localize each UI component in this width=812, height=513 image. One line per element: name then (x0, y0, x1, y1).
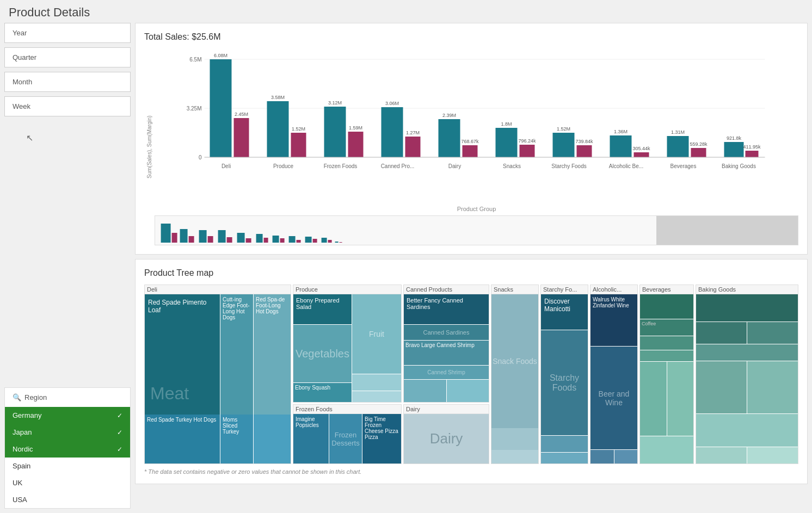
svg-rect-18 (348, 132, 364, 157)
tm-snacks-label: Snacks (491, 285, 538, 294)
svg-rect-72 (297, 240, 301, 243)
tm-baking-5a (696, 447, 747, 463)
tm-frozen-label: Frozen Foods (293, 405, 401, 414)
tm-produce-body: Ebony Prepared Salad Vegetables Ebony Sq… (293, 294, 401, 402)
region-item-nordic[interactable]: Nordic ✓ (5, 441, 130, 458)
tm-turkey-hotdogs: Red Spade Turkey Hot Dogs (145, 415, 220, 463)
search-icon: 🔍 (13, 393, 21, 401)
tm-produce-extra2 (352, 391, 401, 402)
svg-rect-68 (264, 238, 268, 243)
tm-alc-ex2 (614, 450, 638, 463)
tm-alcoholic: Alcoholic... Walrus White Zinfandel Wine… (590, 285, 638, 464)
tm-beverages-label: Beverages (640, 285, 693, 294)
tm-produce: Produce Ebony Prepared Salad Vegetables … (293, 285, 402, 403)
svg-text:921.8k: 921.8k (727, 135, 742, 141)
tm-baking-row2 (696, 322, 798, 344)
tm-beverages: Beverages Coffee (639, 285, 694, 464)
tm-fruit: Fruit (352, 294, 401, 374)
region-item-japan[interactable]: Japan ✓ (5, 424, 130, 441)
filter-month[interactable]: Month (4, 72, 131, 92)
svg-text:1.27M: 1.27M (406, 130, 420, 135)
svg-text:2.39M: 2.39M (442, 113, 456, 118)
tm-fancy-sardines: Better Fancy Canned Sardines (404, 294, 489, 324)
svg-text:1.52M: 1.52M (292, 126, 305, 132)
svg-text:Baking Goods: Baking Goods (722, 163, 756, 169)
tm-red-spade2: Red Spa-de Foot-Long Hot Dogs (254, 294, 291, 415)
chart-scrollbar[interactable] (155, 215, 798, 245)
svg-text:3.12M: 3.12M (328, 100, 342, 106)
svg-rect-48 (691, 148, 706, 157)
region-germany-label: Germany (13, 411, 41, 419)
region-section: 🔍 Region Germany ✓ Japan ✓ Nordic ✓ Spai… (4, 387, 131, 509)
tm-cutting-edge: Cutt-ing Edge Foot-Long Hot Dogs (220, 294, 253, 415)
tm-deli-body: Red Spade Pimento Loaf Meat Cutt-ing Edg… (145, 294, 291, 463)
tm-bev-1 (640, 294, 693, 319)
filter-week[interactable]: Week (4, 96, 131, 116)
page-title: Product Details (0, 0, 812, 23)
page-container: Product Details Year Quarter Month Week … (0, 0, 812, 513)
checkmark-germany: ✓ (117, 412, 122, 419)
tm-red-spade-pimento-label: Red Spade Pimento Loaf (148, 299, 206, 314)
tm-walrus-wine: Walrus White Zinfandel Wine (590, 294, 637, 346)
tm-dairy-watermark: Dairy (430, 430, 463, 447)
svg-rect-61 (199, 230, 207, 243)
region-item-uk[interactable]: UK (5, 474, 130, 491)
svg-rect-58 (172, 233, 177, 243)
filter-year[interactable]: Year (4, 23, 131, 43)
cursor-icon: ↖ (26, 133, 33, 143)
svg-rect-63 (218, 230, 226, 243)
filter-quarter[interactable]: Quarter (4, 47, 131, 67)
svg-rect-38 (577, 145, 592, 157)
tm-produce-right: Fruit (352, 294, 401, 402)
tm-baking-label: Baking Goods (696, 285, 798, 294)
svg-rect-76 (328, 240, 332, 243)
svg-rect-23 (405, 137, 421, 157)
tm-canned-body: Better Fancy Canned Sardines Canned Sard… (404, 294, 489, 402)
region-item-spain[interactable]: Spain (5, 458, 130, 474)
checkmark-japan: ✓ (117, 429, 122, 436)
region-item-germany[interactable]: Germany ✓ (5, 407, 130, 424)
tm-produce-extra (352, 374, 401, 391)
tm-produce-left: Ebony Prepared Salad Vegetables Ebony Sq… (293, 294, 352, 402)
scrollbar-handle[interactable] (656, 216, 798, 245)
tm-ebony-prepared: Ebony Prepared Salad (293, 294, 352, 324)
svg-text:3.58M: 3.58M (271, 95, 285, 100)
svg-rect-31 (496, 128, 518, 157)
region-usa-label: USA (13, 496, 27, 504)
tm-baking-1 (696, 294, 798, 322)
region-item-usa[interactable]: USA (5, 491, 130, 508)
svg-rect-16 (324, 107, 346, 157)
mini-chart-svg (158, 221, 653, 243)
tm-big-time-pizza: Big Time Frozen Cheese PizzaPizza (362, 414, 401, 463)
tm-bravo-shrimp: Bravo Large Canned Shrimp (404, 341, 489, 365)
tm-baking-bottom (696, 361, 798, 413)
region-header: 🔍 Region (5, 388, 130, 407)
svg-text:6.5M: 6.5M (189, 57, 201, 63)
tm-imagine-popsicles: Imagine Popsicles (293, 414, 329, 463)
svg-text:1.36M: 1.36M (614, 129, 628, 134)
svg-rect-73 (305, 237, 312, 243)
tm-canned-sardines: Canned Sardines (404, 325, 489, 340)
svg-text:Dairy: Dairy (448, 163, 461, 169)
tm-deli: Deli Red Spade Pimento Loaf Meat Cutt-in… (144, 285, 291, 464)
tm-alcoholic-bottom (590, 450, 637, 463)
tm-canned-shrimp: Canned Shrimp (404, 366, 489, 379)
svg-text:2.45M: 2.45M (235, 112, 248, 117)
region-uk-label: UK (13, 479, 22, 487)
tm-snacks-body: Snack Foods (491, 294, 538, 428)
svg-rect-53 (746, 151, 759, 157)
tm-bev-ex1 (640, 362, 667, 436)
tm-starchy-extra (541, 436, 588, 452)
tm-meat-watermark: Meat (150, 384, 189, 404)
region-spain-label: Spain (13, 462, 30, 470)
tm-red-spade-pimento: Red Spade Pimento Loaf Meat (145, 294, 220, 415)
tm-vegetables: Vegetables (293, 325, 352, 382)
svg-rect-13 (291, 133, 306, 157)
svg-text:559.28k: 559.28k (690, 141, 708, 147)
treemap-panel: Product Tree map Deli Red Spade Pimento … (135, 259, 808, 484)
sidebar: Year Quarter Month Week ↖ 🔍 Region Germa… (4, 23, 131, 509)
tm-deli-bottom: Red Spade Turkey Hot Dogs Moms Sliced Tu… (145, 415, 291, 463)
tm-baking-2a (696, 322, 747, 344)
svg-text:796.24k: 796.24k (518, 138, 536, 144)
checkmark-nordic: ✓ (117, 446, 122, 453)
